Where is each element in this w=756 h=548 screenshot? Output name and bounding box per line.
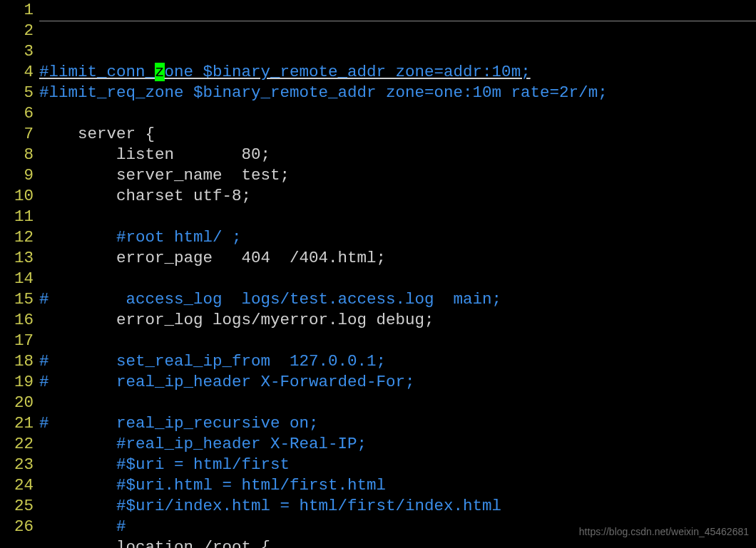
code-line[interactable]: # set_real_ip_from 127.0.0.1; [39,351,756,372]
code-text: location /root { [39,538,270,548]
line-number: 9 [0,165,34,186]
comment-text: #$uri.html = html/first.html [116,476,386,495]
horizontal-divider [39,21,756,21]
line-number: 25 [0,496,34,517]
code-line[interactable]: #$uri.html = html/first.html [39,475,756,496]
line-number: 12 [0,227,34,248]
code-line[interactable]: #limit_req_zone $binary_remote_addr zone… [39,83,756,103]
comment-text: # real_ip_header X-Forwarded-For; [39,373,415,391]
comment-text: # [116,517,126,536]
code-line[interactable]: #real_ip_header X-Real-IP; [39,434,756,455]
code-text [39,476,116,495]
code-line[interactable] [39,331,756,351]
code-line[interactable]: #$uri = html/first [39,455,756,475]
line-number: 2 [0,21,34,41]
comment-text: #root html/ ; [116,228,242,247]
line-number: 21 [0,413,34,434]
comment-text: #$uri = html/first [116,455,290,474]
code-text [39,517,116,536]
line-number: 19 [0,372,34,393]
code-line[interactable] [39,269,756,289]
comment-text: one $binary_remote_addr zone=addr:10m; [165,63,531,81]
code-line[interactable]: server_name test; [39,165,756,186]
code-text: server_name test; [39,166,290,185]
line-number: 3 [0,41,34,62]
code-line[interactable]: # real_ip_header X-Forwarded-For; [39,372,756,393]
comment-text: # set_real_ip_from 127.0.0.1; [39,352,386,371]
line-number: 26 [0,517,34,537]
comment-text: # access_log logs/test.access.log main; [39,290,501,309]
line-number: 4 [0,62,34,83]
line-number: 1 [0,0,34,21]
line-number: 14 [0,269,34,289]
code-text: server { [39,125,155,143]
comment-text: #limit_conn_ [39,63,155,81]
line-number: 23 [0,455,34,475]
code-line[interactable]: listen 80; [39,145,756,165]
code-line[interactable]: server { [39,124,756,145]
line-number: 22 [0,434,34,455]
cursor-position: z [155,63,165,81]
code-content[interactable]: #limit_conn_zone $binary_remote_addr zon… [39,0,756,548]
line-number-gutter: 1234567891011121314151617181920212223242… [0,0,39,548]
code-text: listen 80; [39,145,270,164]
comment-text: #real_ip_header X-Real-IP; [116,435,367,453]
line-number: 18 [0,351,34,372]
line-number: 11 [0,207,34,227]
code-line[interactable]: charset utf-8; [39,186,756,207]
line-number: 8 [0,145,34,165]
line-number: 16 [0,310,34,331]
code-text: charset utf-8; [39,187,251,205]
comment-text: #$uri/index.html = html/first/index.html [116,497,501,515]
code-text [39,497,116,515]
code-text [39,455,116,474]
code-line[interactable]: #limit_conn_zone $binary_remote_addr zon… [39,62,756,83]
code-line[interactable] [39,103,756,124]
code-text [39,228,116,247]
code-line[interactable]: # real_ip_recursive on; [39,413,756,434]
line-number: 7 [0,124,34,145]
code-line[interactable]: # access_log logs/test.access.log main; [39,289,756,310]
code-text: error_page 404 /404.html; [39,249,386,267]
code-text: error_log logs/myerror.log debug; [39,311,434,329]
line-number: 20 [0,393,34,413]
line-number: 13 [0,248,34,269]
code-line[interactable]: error_page 404 /404.html; [39,248,756,269]
code-line[interactable]: error_log logs/myerror.log debug; [39,310,756,331]
line-number: 15 [0,289,34,310]
code-line[interactable] [39,207,756,227]
line-number: 5 [0,83,34,103]
code-line[interactable]: #root html/ ; [39,227,756,248]
code-line[interactable] [39,393,756,413]
line-number: 24 [0,475,34,496]
line-number: 10 [0,186,34,207]
code-line[interactable]: #$uri/index.html = html/first/index.html [39,496,756,517]
code-text [39,435,116,453]
comment-text: # real_ip_recursive on; [39,414,319,433]
comment-text: #limit_req_zone $binary_remote_addr zone… [39,83,608,102]
line-number: 6 [0,103,34,124]
code-editor[interactable]: 1234567891011121314151617181920212223242… [0,0,756,548]
line-number: 17 [0,331,34,351]
watermark-text: https://blog.csdn.net/weixin_45462681 [579,522,749,542]
